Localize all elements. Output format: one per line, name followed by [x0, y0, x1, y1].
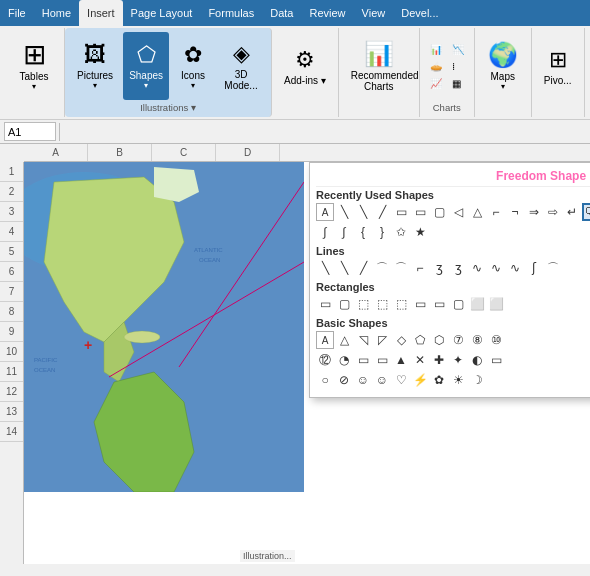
tab-review[interactable]: Review	[301, 0, 353, 26]
tab-insert[interactable]: Insert	[79, 0, 123, 26]
basic-hexagon[interactable]: ⬡	[430, 331, 448, 349]
basic-decagon[interactable]: ⑩	[487, 331, 505, 349]
line-squiggle1[interactable]: ʒ	[430, 259, 448, 277]
shape-curve2[interactable]: ∫	[335, 223, 353, 241]
rect-snip2[interactable]: ⬚	[373, 295, 391, 313]
tab-view[interactable]: View	[354, 0, 394, 26]
recommended-charts-button[interactable]: 📊 Recommended Charts	[345, 32, 413, 100]
shape-star2[interactable]: ★	[411, 223, 429, 241]
basic-lbracket[interactable]: ▭	[487, 351, 505, 369]
basic-pentagon[interactable]: ⬠	[411, 331, 429, 349]
more-charts-button[interactable]: ▦	[448, 76, 468, 91]
tab-developer[interactable]: Devel...	[393, 0, 446, 26]
name-box[interactable]	[4, 122, 56, 141]
shape-tri1[interactable]: ◁	[449, 203, 467, 221]
shape-slash[interactable]: ╱	[373, 203, 391, 221]
line-wave2[interactable]: ∿	[487, 259, 505, 277]
basic-tri[interactable]: △	[335, 331, 353, 349]
rect-snip5[interactable]: ▭	[430, 295, 448, 313]
scatter-chart-button[interactable]: ⁞	[448, 59, 468, 74]
basic-octagon[interactable]: ⑧	[468, 331, 486, 349]
shape-elbow1[interactable]: ⌐	[487, 203, 505, 221]
pictures-button[interactable]: 🖼 Pictures ▾	[71, 32, 119, 100]
shape-text-a[interactable]: A	[316, 203, 334, 221]
shape-arrow3[interactable]: ↵	[563, 203, 581, 221]
shape-callout[interactable]: 🗨	[582, 203, 590, 221]
basic-text[interactable]: A	[316, 331, 334, 349]
line-arrow[interactable]: ╲	[335, 259, 353, 277]
shape-rect1[interactable]: ▭	[392, 203, 410, 221]
line-curve1[interactable]: ⌐	[411, 259, 429, 277]
icons-button[interactable]: ✿ Icons ▾	[173, 32, 213, 100]
3d-models-button[interactable]: ◈ 3D Mode...	[217, 32, 265, 100]
basic-smile[interactable]: ☺	[354, 371, 372, 389]
line-elbow2[interactable]: ⌒	[392, 259, 410, 277]
tab-data[interactable]: Data	[262, 0, 301, 26]
shape-rect2[interactable]: ▭	[411, 203, 429, 221]
tab-formulas[interactable]: Formulas	[200, 0, 262, 26]
tab-home[interactable]: Home	[34, 0, 79, 26]
basic-heptagon[interactable]: ⑦	[449, 331, 467, 349]
line-freeform[interactable]: ʃ	[525, 259, 543, 277]
line-wave1[interactable]: ∿	[468, 259, 486, 277]
rect-snip1[interactable]: ⬚	[354, 295, 372, 313]
line-scribble[interactable]: ⌒	[544, 259, 562, 277]
basic-halfframe[interactable]: ◐	[468, 351, 486, 369]
shape-round-rect[interactable]: ▢	[430, 203, 448, 221]
maps-button[interactable]: 🌍 Maps ▾	[481, 32, 525, 100]
sheet-content[interactable]: ATLANTIC OCEAN PACIFIC OCEAN + Freedom S…	[24, 162, 590, 564]
basic-rtri[interactable]: ◹	[354, 331, 372, 349]
rect-bevel[interactable]: ⬜	[487, 295, 505, 313]
basic-teardrop[interactable]: ▭	[373, 351, 391, 369]
shape-arrow2[interactable]: ⇨	[544, 203, 562, 221]
bar-chart-button[interactable]: 📊	[426, 42, 446, 57]
shape-curve1[interactable]: ∫	[316, 223, 334, 241]
basic-sun2[interactable]: ☀	[449, 371, 467, 389]
rect-snip4[interactable]: ▭	[411, 295, 429, 313]
tab-file[interactable]: File	[0, 0, 34, 26]
rect-snip3[interactable]: ⬚	[392, 295, 410, 313]
line-elbow[interactable]: ⌒	[373, 259, 391, 277]
pie-chart-button[interactable]: 🥧	[426, 59, 446, 74]
basic-diamond[interactable]: ◇	[392, 331, 410, 349]
basic-sun[interactable]: ✿	[430, 371, 448, 389]
basic-star4[interactable]: ✦	[449, 351, 467, 369]
shape-star[interactable]: ✩	[392, 223, 410, 241]
shape-tri2[interactable]: △	[468, 203, 486, 221]
basic-no[interactable]: ⊘	[335, 371, 353, 389]
shape-line2[interactable]: ╲	[354, 203, 372, 221]
line-wave3[interactable]: ∿	[506, 259, 524, 277]
shape-arrow1[interactable]: ⇒	[525, 203, 543, 221]
basic-oval[interactable]: ○	[316, 371, 334, 389]
basic-rtri2[interactable]: ◸	[373, 331, 391, 349]
basic-moon[interactable]: ☽	[468, 371, 486, 389]
tab-page-layout[interactable]: Page Layout	[123, 0, 201, 26]
shape-elbow2[interactable]: ¬	[506, 203, 524, 221]
basic-plus[interactable]: ✚	[430, 351, 448, 369]
basic-pie[interactable]: ◔	[335, 351, 353, 369]
line-double-arrow[interactable]: ╱	[354, 259, 372, 277]
basic-chord[interactable]: ▭	[354, 351, 372, 369]
rect-plain[interactable]: ▭	[316, 295, 334, 313]
formula-input[interactable]	[63, 126, 586, 138]
basic-heart[interactable]: ♡	[392, 371, 410, 389]
line-straight[interactable]: ╲	[316, 259, 334, 277]
addins-button[interactable]: ⚙ Add-ins ▾	[278, 32, 332, 100]
rect-round2[interactable]: ▢	[449, 295, 467, 313]
basic-cross[interactable]: ✕	[411, 351, 429, 369]
rect-double-round[interactable]: ⬜	[468, 295, 486, 313]
basic-frame[interactable]: ▲	[392, 351, 410, 369]
area-chart-button[interactable]: 📈	[426, 76, 446, 91]
shape-line1[interactable]: ╲	[335, 203, 353, 221]
tables-button[interactable]: ⊞ Tables ▾	[10, 32, 58, 100]
basic-lightning[interactable]: ⚡	[411, 371, 429, 389]
shapes-button[interactable]: ⬠ Shapes ▾	[123, 32, 169, 100]
shape-brace2[interactable]: }	[373, 223, 391, 241]
basic-smile2[interactable]: ☺	[373, 371, 391, 389]
basic-12gon[interactable]: ⑫	[316, 351, 334, 369]
shape-brace1[interactable]: {	[354, 223, 372, 241]
line-squiggle2[interactable]: ʒ	[449, 259, 467, 277]
rect-round[interactable]: ▢	[335, 295, 353, 313]
pivot-button[interactable]: ⊞ Pivo...	[538, 32, 578, 100]
line-chart-button[interactable]: 📉	[448, 42, 468, 57]
